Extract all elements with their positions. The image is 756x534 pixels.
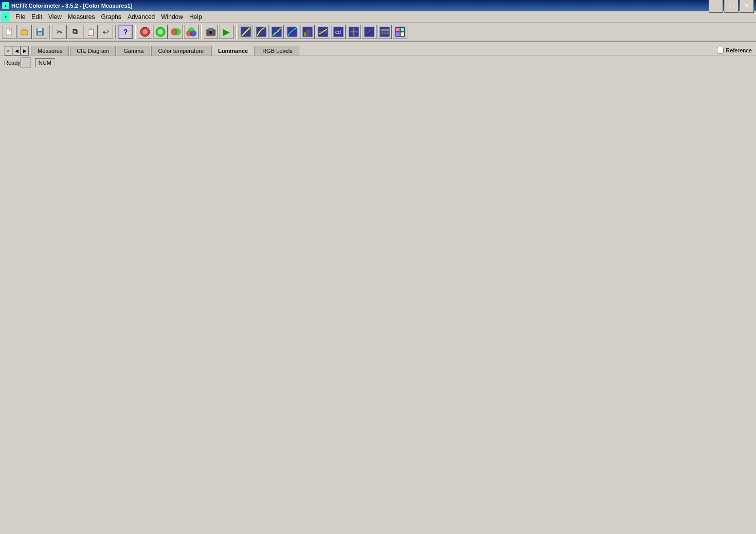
graph-btn-8[interactable] — [347, 25, 361, 39]
menu-graphs[interactable]: Graphs — [98, 12, 124, 22]
menubar: ♦ File Edit View Measures Graphs Advance… — [0, 11, 756, 23]
menu-measures[interactable]: Measures — [65, 12, 98, 22]
cut-button[interactable]: ✂ — [52, 25, 67, 39]
svg-rect-42 — [396, 32, 400, 36]
svg-rect-1 — [21, 30, 28, 35]
status-icon — [21, 58, 31, 68]
copy-button[interactable]: ⧉ — [68, 25, 82, 39]
close-button[interactable]: × — [740, 0, 754, 13]
graph-btn-4[interactable] — [285, 25, 299, 39]
menu-view[interactable]: View — [45, 12, 65, 22]
tab-luminance[interactable]: Luminance — [211, 46, 255, 56]
paste-button[interactable]: 📋 — [83, 25, 98, 39]
svg-rect-38 — [381, 32, 389, 34]
tab-measures[interactable]: Measures — [31, 46, 69, 56]
graph-btn-7[interactable]: cd — [331, 25, 346, 39]
svg-point-13 — [188, 27, 194, 33]
svg-rect-40 — [396, 28, 400, 31]
graph-btn-6[interactable] — [316, 25, 330, 39]
svg-rect-36 — [380, 27, 390, 37]
window-title: HCFR Colorimeter - 3.5.2 - [Color Measur… — [11, 3, 132, 9]
graph-btn-5[interactable] — [300, 25, 315, 39]
svg-rect-27 — [309, 28, 311, 36]
tab-color-temperature[interactable]: Color temperature — [151, 46, 210, 56]
statusbar-panels: NUM — [21, 58, 55, 68]
minimize-button[interactable]: − — [709, 0, 723, 13]
tab-cie-diagram[interactable]: CIE Diagram — [70, 46, 116, 56]
svg-point-21 — [274, 32, 276, 34]
sep3 — [135, 25, 136, 39]
svg-point-6 — [142, 29, 148, 34]
graph-btn-11[interactable] — [393, 25, 407, 39]
tab-gamma[interactable]: Gamma — [117, 46, 150, 56]
tab-scroll-left[interactable]: × — [4, 46, 12, 56]
app-icon: ♦ — [2, 2, 9, 9]
tab-scroll-next[interactable]: ▶ — [21, 46, 29, 56]
camera-button[interactable] — [204, 25, 218, 39]
sep5 — [236, 25, 237, 39]
svg-rect-16 — [208, 28, 213, 30]
menu-file[interactable]: File — [12, 12, 28, 22]
sep1 — [49, 25, 50, 39]
graph-btn-2[interactable] — [254, 25, 268, 39]
svg-point-22 — [277, 30, 279, 32]
svg-rect-43 — [401, 32, 404, 36]
graph-btn-9[interactable] — [362, 25, 376, 39]
tabbar: × ◀ ▶ Measures CIE Diagram Gamma Color t… — [0, 41, 756, 56]
svg-point-15 — [209, 30, 213, 34]
menu-advanced[interactable]: Advanced — [124, 12, 158, 22]
reference-label: Reference — [726, 47, 752, 53]
app-logo: ♦ — [1, 12, 10, 22]
svg-rect-3 — [38, 28, 42, 31]
colorimeter2-button[interactable] — [153, 25, 168, 39]
menu-window[interactable]: Window — [158, 12, 186, 22]
sep4 — [201, 25, 202, 39]
svg-rect-41 — [401, 28, 404, 31]
toolbar: ✂ ⧉ 📋 ↩ ? ▶ — [0, 23, 756, 41]
svg-rect-4 — [38, 32, 42, 35]
svg-rect-0 — [6, 28, 11, 35]
colorimeter1-button[interactable] — [138, 25, 152, 39]
sep2 — [115, 25, 116, 39]
play-button[interactable]: ▶ — [219, 25, 233, 39]
maximize-button[interactable]: □ — [724, 0, 739, 13]
new-button[interactable] — [2, 25, 16, 39]
tab-scroll-prev[interactable]: ◀ — [12, 46, 21, 56]
reference-checkbox[interactable] — [717, 47, 724, 53]
svg-rect-26 — [307, 30, 309, 36]
statusbar: Ready NUM — [0, 56, 756, 69]
menu-edit[interactable]: Edit — [28, 12, 45, 22]
menu-help[interactable]: Help — [186, 12, 205, 22]
svg-point-8 — [158, 29, 163, 34]
colorimeter4-button[interactable] — [184, 25, 199, 39]
undo-button[interactable]: ↩ — [99, 25, 113, 39]
svg-text:cd: cd — [335, 29, 341, 35]
window-controls[interactable]: − □ × — [709, 0, 754, 13]
svg-rect-37 — [381, 29, 389, 31]
graph-btn-1[interactable] — [239, 25, 253, 39]
svg-point-10 — [174, 28, 181, 35]
graph-btn-3[interactable] — [269, 25, 284, 39]
status-num: NUM — [35, 58, 55, 67]
tab-rgb-levels[interactable]: RGB Levels — [256, 46, 299, 56]
titlebar: ♦ HCFR Colorimeter - 3.5.2 - [Color Meas… — [0, 0, 756, 11]
open-button[interactable] — [17, 25, 32, 39]
reference-area: Reference — [717, 47, 752, 56]
help-button[interactable]: ? — [118, 25, 133, 39]
save-button[interactable] — [33, 25, 47, 39]
svg-rect-25 — [304, 32, 306, 36]
status-text: Ready — [4, 60, 21, 66]
graph-btn-10[interactable] — [377, 25, 392, 39]
colorimeter3-button[interactable] — [169, 25, 183, 39]
